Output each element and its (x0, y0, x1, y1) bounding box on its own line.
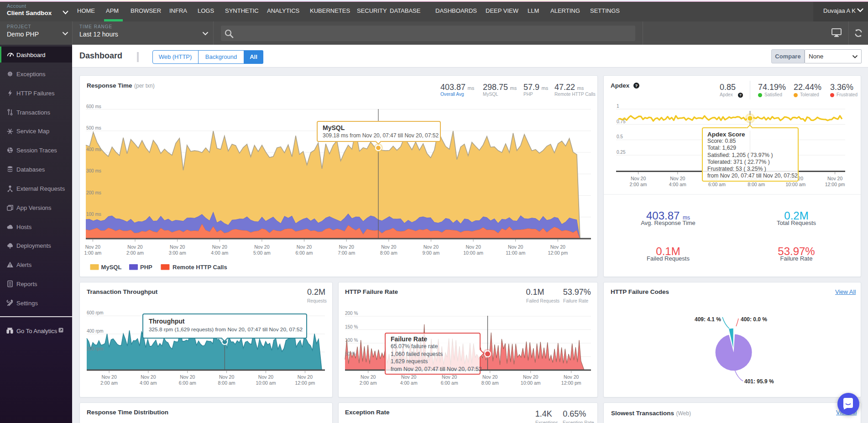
svg-text:Nov 20: Nov 20 (141, 374, 156, 380)
svg-text:Nov 20: Nov 20 (180, 374, 195, 380)
svg-text:2:00 am: 2:00 am (100, 380, 118, 386)
svg-text:12:00 pm: 12:00 pm (561, 380, 581, 386)
svg-text:150 %: 150 % (345, 324, 358, 329)
svg-text:1: 1 (617, 104, 619, 109)
svg-text:9:00 am: 9:00 am (422, 250, 439, 256)
svg-text:200 ms: 200 ms (86, 190, 101, 195)
svg-text:Nov 20: Nov 20 (550, 244, 565, 250)
svg-text:1:00 am: 1:00 am (84, 250, 101, 256)
svg-text:4:00 am: 4:00 am (211, 250, 228, 256)
svg-text:Nov 20: Nov 20 (401, 374, 416, 380)
svg-text:Nov 20: Nov 20 (212, 244, 227, 250)
svg-text:Nov 20: Nov 20 (508, 244, 523, 250)
svg-text:300 ms: 300 ms (86, 168, 101, 173)
svg-text:500 ms: 500 ms (86, 125, 101, 131)
svg-text:Nov 20: Nov 20 (127, 244, 142, 250)
svg-text:600 ms: 600 ms (86, 104, 101, 109)
svg-text:6:00 am: 6:00 am (708, 182, 726, 187)
svg-text:0.5: 0.5 (617, 134, 623, 139)
svg-text:10:00 am: 10:00 am (521, 380, 541, 386)
svg-text:Nov 20: Nov 20 (170, 244, 185, 250)
svg-text:200 %: 200 % (345, 311, 358, 316)
svg-text:4:00 am: 4:00 am (400, 380, 418, 386)
svg-text:PHP: PHP (140, 264, 152, 271)
svg-text:409: 4.1 %: 409: 4.1 % (695, 316, 721, 323)
svg-text:0.25: 0.25 (617, 150, 626, 155)
svg-text:4:00 am: 4:00 am (140, 380, 157, 386)
svg-text:6:00 am: 6:00 am (441, 380, 458, 386)
svg-text:Nov 20: Nov 20 (219, 374, 234, 380)
svg-text:4:00 am: 4:00 am (669, 182, 686, 187)
svg-text:8:00 am: 8:00 am (380, 250, 397, 256)
svg-text:50 %: 50 % (345, 351, 356, 356)
svg-text:Remote HTTP Calls: Remote HTTP Calls (173, 264, 227, 271)
svg-text:Nov 20: Nov 20 (381, 244, 396, 250)
svg-text:Nov 20: Nov 20 (523, 374, 538, 380)
svg-text:Nov 20: Nov 20 (670, 176, 685, 181)
svg-text:Nov 20: Nov 20 (482, 374, 497, 380)
svg-text:Nov 20: Nov 20 (442, 374, 457, 380)
svg-text:Nov 20: Nov 20 (564, 374, 579, 380)
svg-text:Nov 20: Nov 20 (424, 244, 439, 250)
svg-text:6:00 am: 6:00 am (179, 380, 196, 386)
svg-text:2:00 am: 2:00 am (360, 380, 377, 386)
svg-text:Nov 20: Nov 20 (85, 244, 100, 250)
svg-text:401: 95.9 %: 401: 95.9 % (744, 378, 774, 385)
svg-text:600 rpm: 600 rpm (87, 310, 104, 315)
svg-text:Nov 20: Nov 20 (361, 374, 376, 380)
svg-text:12:00 pm: 12:00 pm (548, 250, 568, 256)
svg-text:8:00 am: 8:00 am (748, 182, 765, 187)
svg-text:2:00 am: 2:00 am (126, 250, 144, 256)
svg-text:Nov 20: Nov 20 (258, 374, 273, 380)
svg-text:Nov 20: Nov 20 (465, 244, 481, 250)
svg-text:400 ms: 400 ms (86, 147, 101, 152)
svg-text:10:00 am: 10:00 am (256, 380, 276, 386)
svg-text:5:00 am: 5:00 am (253, 250, 271, 256)
svg-text:11:00 am: 11:00 am (506, 250, 525, 256)
svg-text:200 rpm: 200 rpm (87, 346, 104, 351)
svg-text:2:00 am: 2:00 am (630, 182, 647, 187)
svg-text:10:00 am: 10:00 am (463, 250, 483, 256)
svg-text:12:00 pm: 12:00 pm (825, 182, 845, 187)
svg-text:Nov 20: Nov 20 (827, 176, 842, 181)
svg-text:12:00 pm: 12:00 pm (295, 380, 315, 386)
svg-text:Nov 20: Nov 20 (298, 374, 313, 380)
svg-text:MySQL: MySQL (101, 264, 122, 271)
svg-text:8:00 am: 8:00 am (481, 380, 499, 386)
svg-text:400 rpm: 400 rpm (87, 329, 104, 334)
svg-text:Nov 20: Nov 20 (339, 244, 354, 250)
svg-text:6:00 am: 6:00 am (296, 250, 313, 256)
svg-text:400: 0.0 %: 400: 0.0 % (741, 316, 767, 323)
svg-text:Nov 20: Nov 20 (101, 374, 116, 380)
svg-text:100 %: 100 % (345, 338, 358, 343)
svg-text:Nov 20: Nov 20 (297, 244, 312, 250)
svg-text:Nov 20: Nov 20 (631, 176, 646, 181)
svg-text:100 ms: 100 ms (86, 212, 101, 217)
svg-text:7:00 am: 7:00 am (338, 250, 355, 256)
svg-text:8:00 am: 8:00 am (218, 380, 235, 386)
svg-text:Nov 20: Nov 20 (254, 244, 269, 250)
svg-text:3:00 am: 3:00 am (169, 250, 186, 256)
svg-text:10:00 am: 10:00 am (786, 182, 806, 187)
